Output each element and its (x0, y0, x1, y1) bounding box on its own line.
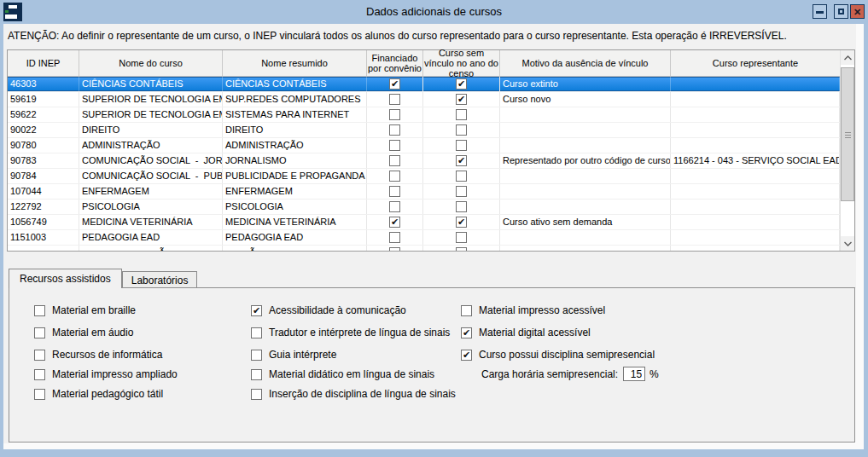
option-label: Recursos de informática (52, 349, 162, 361)
financiado-checkbox[interactable] (389, 186, 400, 197)
minimize-button[interactable] (813, 4, 827, 19)
column-header-curso-representante[interactable]: Curso representante (671, 50, 840, 76)
financiado-checkbox[interactable] (389, 140, 400, 151)
option-material-digital-acessivel[interactable]: ✔Material digital acessível (461, 327, 591, 338)
table-row[interactable]: 1056749MEDICINA VETERINÁRIAMEDICINA VETE… (8, 215, 840, 230)
sem-vinculo-checkbox[interactable] (456, 140, 467, 151)
scroll-up-button[interactable] (841, 50, 854, 65)
tab-recursos-assistidos[interactable]: Recursos assistidos (9, 269, 122, 288)
column-header-curso-sem-vinculo-no-ano-do-censo[interactable]: Curso sem vínculo no ano do censo (423, 50, 500, 76)
insercao-de-disciplina-de-lingua-de-sinais-checkbox[interactable] (251, 389, 262, 400)
financiado-checkbox[interactable] (389, 171, 400, 182)
cell-motivo: Curso extinto (500, 77, 671, 91)
option-acessibilidade-a-comunicacao[interactable]: ✔Acessibilidade à comunicação (251, 304, 406, 316)
table-row[interactable]: 107044ENFERMAGEMENFERMAGEM (8, 184, 840, 200)
cell-motivo: Curso ativo sem demanda (500, 215, 671, 229)
cell-id-inep: 90022 (8, 123, 79, 137)
cell-curso-representante (671, 107, 840, 122)
table-row[interactable]: 90783COMUNICAÇÃO SOCIAL - JORNALISMOJORN… (8, 153, 840, 169)
table-row[interactable]: 122792PSICOLOGIAPSICOLOGIA (8, 200, 840, 215)
acessibilidade-a-comunicacao-checkbox[interactable]: ✔ (251, 305, 262, 316)
scroll-down-button[interactable] (841, 236, 854, 251)
financiado-checkbox[interactable]: ✔ (389, 217, 400, 228)
column-header-nome-resumido[interactable]: Nome resumido (223, 50, 367, 76)
cell-motivo (500, 138, 671, 153)
clipped-text-top: Ã (159, 246, 165, 251)
column-header-financiado-por-convenio[interactable]: Financiado por convênio (367, 50, 423, 76)
option-material-didatico-em-lingua-de-sinais[interactable]: Material didático em língua de sinais (251, 368, 434, 380)
maximize-button[interactable] (834, 4, 848, 19)
recursos-assistidos-panel: Carga horária semipresencial: % Material… (9, 287, 855, 443)
financiado-checkbox[interactable] (389, 232, 400, 243)
table-row[interactable]: 90022DIREITODIREITO (8, 123, 840, 138)
financiado-checkbox[interactable] (389, 247, 400, 251)
option-material-em-audio[interactable]: Material em áudio (34, 327, 133, 338)
option-recursos-de-informatica[interactable]: Recursos de informática (34, 349, 162, 361)
option-tradutor-e-interprete-de-lingua-de-sinais[interactable]: Tradutor e intérprete de língua de sinai… (251, 327, 450, 338)
option-curso-possui-disciplina-semipresencial[interactable]: ✔Curso possui disciplina semipresencial (461, 349, 655, 361)
column-header-id-inep[interactable]: ID INEP (8, 50, 79, 76)
option-material-em-braille[interactable]: Material em braille (34, 304, 136, 316)
tab-laboratorios[interactable]: Laboratórios (122, 271, 198, 288)
titlebar[interactable]: Dados adicionais de cursos ✕ (0, 0, 868, 24)
courses-table: ID INEPNome do cursoNome resumidoFinanci… (7, 49, 855, 252)
material-didatico-em-lingua-de-sinais-checkbox[interactable] (251, 369, 262, 380)
cell-curso-representante (671, 77, 840, 91)
financiado-checkbox[interactable] (389, 155, 400, 166)
option-guia-interprete[interactable]: Guia intérprete (251, 349, 336, 361)
material-em-braille-checkbox[interactable] (34, 305, 45, 316)
material-impresso-acessivel-checkbox[interactable] (461, 305, 472, 316)
maximize-icon (838, 9, 844, 14)
column-header-nome-do-curso[interactable]: Nome do curso (79, 50, 223, 76)
recursos-de-informatica-checkbox[interactable] (34, 350, 45, 361)
option-label: Material pedagógico tátil (52, 388, 163, 400)
table-vertical-scrollbar[interactable] (840, 50, 854, 251)
financiado-checkbox[interactable]: ✔ (389, 78, 400, 90)
cell-financiado (367, 123, 423, 137)
option-material-impresso-acessivel[interactable]: Material impresso acessível (461, 304, 605, 316)
tradutor-e-interprete-de-lingua-de-sinais-checkbox[interactable] (251, 327, 262, 338)
cell-id-inep: 59619 (8, 92, 79, 107)
sem-vinculo-checkbox[interactable]: ✔ (456, 155, 467, 166)
table-row[interactable]: 90784COMUNICAÇÃO SOCIAL - PUBLICIDADE E … (8, 169, 840, 184)
sem-vinculo-checkbox[interactable] (456, 124, 467, 136)
option-insercao-de-disciplina-de-lingua-de-sinais[interactable]: Inserção de disciplina de língua de sina… (251, 388, 456, 400)
sem-vinculo-checkbox[interactable] (456, 232, 467, 243)
column-header-motivo-da-ausencia-de-vinculo[interactable]: Motivo da ausência de vínculo (500, 50, 671, 76)
option-label: Acessibilidade à comunicação (269, 304, 406, 316)
financiado-checkbox[interactable] (389, 201, 400, 212)
material-digital-acessivel-checkbox[interactable]: ✔ (461, 327, 472, 338)
financiado-checkbox[interactable] (389, 109, 400, 120)
material-em-audio-checkbox[interactable] (34, 327, 45, 338)
guia-interprete-checkbox[interactable] (251, 350, 262, 361)
sem-vinculo-checkbox[interactable] (456, 186, 467, 197)
cell-id-inep: 1056749 (8, 215, 79, 229)
financiado-checkbox[interactable] (389, 94, 400, 105)
sem-vinculo-checkbox[interactable] (456, 171, 467, 182)
table-row[interactable]: 59622SUPERIOR DE TECNOLOGIA EM SISTEMAS … (8, 107, 840, 123)
table-row[interactable]: 90780ADMINISTRAÇÃOADMINISTRAÇÃO (8, 138, 840, 153)
table-row[interactable]: 46303CIÊNCIAS CONTÁBEISCIÊNCIAS CONTÁBEI… (8, 77, 840, 92)
sem-vinculo-checkbox[interactable] (456, 201, 467, 212)
material-pedagogico-tatil-checkbox[interactable] (34, 389, 45, 400)
sem-vinculo-checkbox[interactable] (456, 109, 467, 120)
carga-horaria-input[interactable] (623, 367, 645, 381)
sem-vinculo-checkbox[interactable]: ✔ (456, 94, 467, 105)
cell-financiado (367, 184, 423, 199)
scrollbar-thumb[interactable] (841, 67, 854, 201)
option-material-pedagogico-tatil[interactable]: Material pedagógico tátil (34, 388, 163, 400)
option-material-impresso-ampliado[interactable]: Material impresso ampliado (34, 368, 178, 380)
financiado-checkbox[interactable] (389, 124, 400, 136)
close-button[interactable]: ✕ (850, 4, 865, 19)
table-row[interactable]: 1151003PEDAGOGIA EADPEDAGOGIA EAD (8, 230, 840, 246)
table-row[interactable]: 59619SUPERIOR DE TECNOLOGIA EM REDES DE … (8, 92, 840, 107)
material-impresso-ampliado-checkbox[interactable] (34, 369, 45, 380)
cell-curso-representante (671, 138, 840, 153)
cell-sem-vinculo (423, 200, 500, 214)
table-row-partial[interactable]: ÃÃ (8, 246, 840, 251)
curso-possui-disciplina-semipresencial-checkbox[interactable]: ✔ (461, 350, 472, 361)
sem-vinculo-checkbox[interactable] (456, 247, 467, 251)
sem-vinculo-checkbox[interactable]: ✔ (456, 217, 467, 228)
sem-vinculo-checkbox[interactable]: ✔ (456, 78, 467, 90)
cell-nome-resumido: Ã (223, 246, 367, 251)
